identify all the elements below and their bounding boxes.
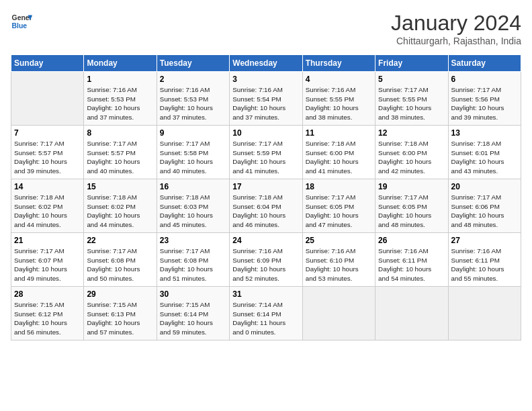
day-number: 18 <box>306 182 372 191</box>
calendar-cell: 20Sunrise: 7:17 AM Sunset: 6:06 PM Dayli… <box>448 179 521 233</box>
day-number: 4 <box>306 75 372 84</box>
calendar-cell: 6Sunrise: 7:17 AM Sunset: 5:56 PM Daylig… <box>448 72 521 126</box>
calendar-cell <box>375 287 448 340</box>
calendar-cell <box>448 287 521 340</box>
day-number: 9 <box>160 128 226 138</box>
day-info: Sunrise: 7:15 AM Sunset: 6:12 PM Dayligh… <box>14 300 81 337</box>
day-info: Sunrise: 7:16 AM Sunset: 6:11 PM Dayligh… <box>451 246 518 283</box>
calendar-cell: 16Sunrise: 7:18 AM Sunset: 6:03 PM Dayli… <box>157 179 229 233</box>
page-header: General Blue January 2024 Chittaurgarh, … <box>11 11 521 46</box>
day-info: Sunrise: 7:17 AM Sunset: 6:07 PM Dayligh… <box>14 246 81 283</box>
calendar-cell: 17Sunrise: 7:18 AM Sunset: 6:04 PM Dayli… <box>230 179 302 233</box>
day-info: Sunrise: 7:16 AM Sunset: 5:54 PM Dayligh… <box>232 85 299 122</box>
weekday-header: Monday <box>84 55 157 72</box>
calendar-cell: 30Sunrise: 7:15 AM Sunset: 6:14 PM Dayli… <box>157 287 229 340</box>
day-number: 11 <box>306 128 372 138</box>
calendar-cell: 26Sunrise: 7:16 AM Sunset: 6:11 PM Dayli… <box>375 233 448 287</box>
logo: General Blue <box>11 11 32 32</box>
day-info: Sunrise: 7:18 AM Sunset: 6:00 PM Dayligh… <box>378 139 445 176</box>
day-info: Sunrise: 7:17 AM Sunset: 5:57 PM Dayligh… <box>87 139 153 176</box>
day-info: Sunrise: 7:16 AM Sunset: 5:55 PM Dayligh… <box>306 85 372 122</box>
day-info: Sunrise: 7:17 AM Sunset: 6:05 PM Dayligh… <box>378 193 445 230</box>
calendar-cell: 27Sunrise: 7:16 AM Sunset: 6:11 PM Dayli… <box>448 233 521 287</box>
calendar-cell <box>302 287 375 340</box>
day-info: Sunrise: 7:15 AM Sunset: 6:13 PM Dayligh… <box>87 300 153 337</box>
svg-text:Blue: Blue <box>12 22 28 30</box>
day-number: 15 <box>87 182 153 191</box>
day-info: Sunrise: 7:16 AM Sunset: 6:10 PM Dayligh… <box>306 246 372 283</box>
calendar-cell: 3Sunrise: 7:16 AM Sunset: 5:54 PM Daylig… <box>230 72 302 126</box>
day-number: 13 <box>451 128 518 138</box>
day-number: 10 <box>232 128 299 138</box>
calendar-cell: 2Sunrise: 7:16 AM Sunset: 5:53 PM Daylig… <box>157 72 229 126</box>
calendar-table: SundayMondayTuesdayWednesdayThursdayFrid… <box>11 54 521 340</box>
day-number: 29 <box>87 289 153 299</box>
day-info: Sunrise: 7:18 AM Sunset: 6:00 PM Dayligh… <box>306 139 372 176</box>
calendar-cell: 11Sunrise: 7:18 AM Sunset: 6:00 PM Dayli… <box>302 126 375 179</box>
day-info: Sunrise: 7:14 AM Sunset: 6:14 PM Dayligh… <box>232 300 299 337</box>
logo-icon: General Blue <box>11 11 32 32</box>
calendar-cell: 19Sunrise: 7:17 AM Sunset: 6:05 PM Dayli… <box>375 179 448 233</box>
day-number: 30 <box>160 289 226 299</box>
day-number: 12 <box>378 128 445 138</box>
day-info: Sunrise: 7:16 AM Sunset: 6:11 PM Dayligh… <box>378 246 445 283</box>
day-info: Sunrise: 7:18 AM Sunset: 6:04 PM Dayligh… <box>232 193 299 230</box>
day-number: 17 <box>232 182 299 191</box>
calendar-cell: 13Sunrise: 7:18 AM Sunset: 6:01 PM Dayli… <box>448 126 521 179</box>
day-number: 25 <box>306 236 372 245</box>
calendar-cell <box>11 72 84 126</box>
calendar-cell: 24Sunrise: 7:16 AM Sunset: 6:09 PM Dayli… <box>230 233 302 287</box>
day-info: Sunrise: 7:17 AM Sunset: 5:55 PM Dayligh… <box>378 85 445 122</box>
calendar-cell: 14Sunrise: 7:18 AM Sunset: 6:02 PM Dayli… <box>11 179 84 233</box>
day-info: Sunrise: 7:18 AM Sunset: 6:02 PM Dayligh… <box>14 193 81 230</box>
calendar-cell: 12Sunrise: 7:18 AM Sunset: 6:00 PM Dayli… <box>375 126 448 179</box>
day-number: 16 <box>160 182 226 191</box>
day-number: 5 <box>378 75 445 84</box>
day-number: 22 <box>87 236 153 245</box>
day-number: 28 <box>14 289 81 299</box>
day-number: 23 <box>160 236 226 245</box>
day-info: Sunrise: 7:16 AM Sunset: 5:53 PM Dayligh… <box>160 85 226 122</box>
day-info: Sunrise: 7:16 AM Sunset: 5:53 PM Dayligh… <box>87 85 153 122</box>
calendar-cell: 29Sunrise: 7:15 AM Sunset: 6:13 PM Dayli… <box>84 287 157 340</box>
day-number: 2 <box>160 75 226 84</box>
day-info: Sunrise: 7:17 AM Sunset: 5:56 PM Dayligh… <box>451 85 518 122</box>
day-number: 24 <box>232 236 299 245</box>
calendar-cell: 25Sunrise: 7:16 AM Sunset: 6:10 PM Dayli… <box>302 233 375 287</box>
calendar-cell: 10Sunrise: 7:17 AM Sunset: 5:59 PM Dayli… <box>230 126 302 179</box>
day-info: Sunrise: 7:17 AM Sunset: 6:08 PM Dayligh… <box>87 246 153 283</box>
calendar-cell: 4Sunrise: 7:16 AM Sunset: 5:55 PM Daylig… <box>302 72 375 126</box>
day-info: Sunrise: 7:17 AM Sunset: 6:06 PM Dayligh… <box>451 193 518 230</box>
calendar-cell: 15Sunrise: 7:18 AM Sunset: 6:02 PM Dayli… <box>84 179 157 233</box>
weekday-header: Sunday <box>11 55 84 72</box>
day-number: 3 <box>232 75 299 84</box>
calendar-cell: 8Sunrise: 7:17 AM Sunset: 5:57 PM Daylig… <box>84 126 157 179</box>
title-block: January 2024 Chittaurgarh, Rajasthan, In… <box>391 11 521 46</box>
day-info: Sunrise: 7:17 AM Sunset: 5:58 PM Dayligh… <box>160 139 226 176</box>
day-number: 14 <box>14 182 81 191</box>
day-number: 26 <box>378 236 445 245</box>
month-title: January 2024 <box>391 11 521 36</box>
day-info: Sunrise: 7:15 AM Sunset: 6:14 PM Dayligh… <box>160 300 226 337</box>
calendar-cell: 31Sunrise: 7:14 AM Sunset: 6:14 PM Dayli… <box>230 287 302 340</box>
calendar-cell: 21Sunrise: 7:17 AM Sunset: 6:07 PM Dayli… <box>11 233 84 287</box>
day-info: Sunrise: 7:17 AM Sunset: 6:05 PM Dayligh… <box>306 193 372 230</box>
day-info: Sunrise: 7:18 AM Sunset: 6:02 PM Dayligh… <box>87 193 153 230</box>
day-number: 19 <box>378 182 445 191</box>
day-info: Sunrise: 7:17 AM Sunset: 6:08 PM Dayligh… <box>160 246 226 283</box>
day-info: Sunrise: 7:17 AM Sunset: 5:59 PM Dayligh… <box>232 139 299 176</box>
day-number: 27 <box>451 236 518 245</box>
weekday-header: Tuesday <box>157 55 229 72</box>
calendar-cell: 23Sunrise: 7:17 AM Sunset: 6:08 PM Dayli… <box>157 233 229 287</box>
calendar-cell: 18Sunrise: 7:17 AM Sunset: 6:05 PM Dayli… <box>302 179 375 233</box>
day-number: 7 <box>14 128 81 138</box>
calendar-cell: 1Sunrise: 7:16 AM Sunset: 5:53 PM Daylig… <box>84 72 157 126</box>
day-number: 20 <box>451 182 518 191</box>
day-info: Sunrise: 7:17 AM Sunset: 5:57 PM Dayligh… <box>14 139 81 176</box>
weekday-header: Wednesday <box>230 55 302 72</box>
day-number: 21 <box>14 236 81 245</box>
location-subtitle: Chittaurgarh, Rajasthan, India <box>391 36 521 46</box>
weekday-header: Saturday <box>448 55 521 72</box>
calendar-cell: 28Sunrise: 7:15 AM Sunset: 6:12 PM Dayli… <box>11 287 84 340</box>
calendar-cell: 9Sunrise: 7:17 AM Sunset: 5:58 PM Daylig… <box>157 126 229 179</box>
